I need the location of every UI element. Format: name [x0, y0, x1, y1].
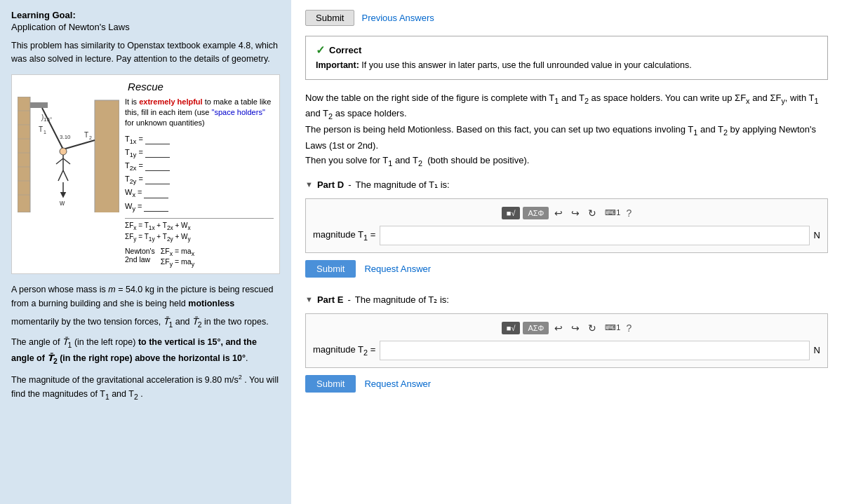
highlight-extremely-helpful: extremely helpful: [139, 97, 202, 106]
toolbar-redo-icon-e[interactable]: ↪: [568, 321, 582, 335]
part-e-text: The magnitude of T₂ is:: [355, 294, 449, 305]
diagram-container: T 1 15° T 2 3.10: [18, 97, 274, 268]
svg-text:15°: 15°: [44, 116, 52, 123]
part-e-submit-row: Submit Request Answer: [305, 375, 828, 393]
table-row-t1x: T1x =: [125, 135, 274, 145]
previous-answers-link[interactable]: Previous Answers: [361, 13, 434, 23]
submit-button-top[interactable]: Submit: [305, 10, 354, 26]
t2x-label: T2x =: [125, 161, 143, 172]
magnitude-t1-label: magnitude T1 =: [313, 229, 375, 242]
sum-x-eq: ΣFx = T1x + T2x + Wx: [125, 222, 274, 231]
toolbar-question-icon-d[interactable]: ?: [626, 207, 632, 219]
part-d-separator: -: [348, 179, 351, 190]
correct-note: Important: If you use this answer in lat…: [316, 60, 817, 72]
svg-line-23: [63, 170, 68, 181]
problem-para-3: The angle of T̄1 (in the left rope) to t…: [11, 335, 280, 367]
correct-label: Correct: [329, 45, 361, 55]
newtons-law-row: Newton's2nd law ΣFx = max ΣFy = may: [125, 247, 274, 268]
magnitude-t2-label: magnitude T2 =: [313, 344, 375, 357]
part-d-answer-box: ■√ ΑΣΦ ↩ ↪ ↻ ⌨1 ? magnitude T1 = N: [305, 198, 828, 253]
sum-y-eq: ΣFy = T1y + T2y + Wy: [125, 233, 274, 243]
part-e-request-answer[interactable]: Request Answer: [364, 379, 431, 389]
rescue-title: Rescue: [18, 81, 274, 93]
t2y-label: T2y =: [125, 175, 143, 185]
svg-text:3.10: 3.10: [60, 134, 71, 140]
part-e-header: ▼ Part E - The magnitude of T₂ is:: [305, 294, 828, 305]
table-row-t1y: T1y =: [125, 148, 274, 158]
toolbar-ase-btn-d[interactable]: ΑΣΦ: [523, 207, 549, 219]
toolbar-kbd-icon-e[interactable]: ⌨1: [602, 322, 623, 334]
table-row-wx: Wx =: [125, 188, 274, 198]
question-para-3: Then you solve for T1 and T2 (both shoul…: [305, 154, 828, 170]
toolbar-redo-icon-d[interactable]: ↪: [568, 206, 582, 220]
table-row-wy: Wy =: [125, 202, 274, 212]
problem-description: This problem has similarity to Openstax …: [11, 39, 280, 66]
magnitude-t2-input[interactable]: [380, 341, 809, 360]
svg-rect-8: [30, 102, 48, 108]
table-row-t2x: T2x =: [125, 161, 274, 172]
unit-n-t2: N: [814, 345, 820, 355]
svg-text:w: w: [59, 199, 65, 207]
part-e-section: ▼ Part E - The magnitude of T₂ is: ■√ ΑΣ…: [305, 294, 828, 393]
magnitude-t1-input[interactable]: [380, 226, 809, 245]
toolbar-ase-btn-e[interactable]: ΑΣΦ: [523, 322, 549, 334]
svg-text:T: T: [84, 131, 88, 139]
learning-goal-title: Learning Goal:: [11, 10, 280, 20]
part-e-submit-button[interactable]: Submit: [305, 375, 356, 393]
part-d-section: ▼ Part D - The magnitude of T₁ is: ■√ ΑΣ…: [305, 179, 828, 278]
part-e-answer-box: ■√ ΑΣΦ ↩ ↪ ↻ ⌨1 ? magnitude T2 = N: [305, 313, 828, 368]
toolbar-sqrt-btn-d[interactable]: ■√: [502, 207, 521, 219]
part-e-arrow: ▼: [305, 295, 313, 304]
part-d-submit-row: Submit Request Answer: [305, 260, 828, 278]
math-toolbar-d: ■√ ΑΣΦ ↩ ↪ ↻ ⌨1 ?: [313, 206, 820, 220]
correct-note-text: If you use this answer in later parts, u…: [361, 60, 691, 70]
part-d-submit-button[interactable]: Submit: [305, 260, 356, 278]
svg-line-20: [56, 158, 63, 164]
toolbar-sqrt-btn-e[interactable]: ■√: [502, 322, 521, 334]
part-d-arrow: ▼: [305, 180, 313, 189]
sqrt-icon-e: ■: [507, 324, 512, 332]
table-row-t2y: T2y =: [125, 175, 274, 185]
problem-text: A person whose mass is m = 54.0 kg in th…: [11, 282, 280, 403]
part-d-header: ▼ Part D - The magnitude of T₁ is:: [305, 179, 828, 190]
helper-text: It is extremely helpful to make a table …: [125, 97, 274, 129]
checkmark-icon: ✓: [316, 43, 325, 57]
svg-rect-13: [95, 100, 119, 212]
toolbar-refresh-icon-d[interactable]: ↻: [585, 206, 599, 220]
learning-goal-subtitle: Application of Newton's Laws: [11, 22, 280, 32]
toolbar-undo-icon-e[interactable]: ↩: [552, 321, 566, 335]
unit-n-t1: N: [814, 230, 820, 240]
magnitude-t1-row: magnitude T1 = N: [313, 226, 820, 245]
toolbar-question-icon-e[interactable]: ?: [626, 322, 632, 334]
learning-goal-label: Learning Goal:: [11, 10, 76, 20]
diagram-right: It is extremely helpful to make a table …: [125, 97, 274, 268]
rescue-image: T 1 15° T 2 3.10: [18, 97, 119, 209]
svg-text:2: 2: [89, 135, 92, 140]
top-bar: Submit Previous Answers: [305, 10, 828, 26]
angle-text: to the vertical is 15°, and the angle of…: [11, 337, 257, 363]
svg-point-18: [60, 148, 67, 155]
problem-para-2: momentarily by the two tension forces, T…: [11, 315, 280, 331]
motionless-text: motionless: [188, 299, 234, 308]
part-e-separator: -: [347, 294, 350, 305]
toolbar-kbd-icon-d[interactable]: ⌨1: [602, 207, 623, 219]
question-para-2: The person is being held Motionless. Bas…: [305, 123, 828, 154]
newtons-law-equations: ΣFx = max ΣFy = may: [161, 247, 194, 268]
left-panel: Learning Goal: Application of Newton's L…: [0, 0, 291, 504]
newtons-law-label: Newton's2nd law: [125, 247, 155, 264]
svg-line-14: [63, 140, 95, 149]
toolbar-undo-icon-d[interactable]: ↩: [552, 206, 566, 220]
part-e-label: Part E: [317, 294, 344, 305]
t1x-label: T1x =: [125, 135, 143, 145]
question-text: Now the table on the right side of the f…: [305, 91, 828, 170]
question-para-1: Now the table on the right side of the f…: [305, 91, 828, 123]
sqrt-icon-d: ■: [507, 209, 512, 217]
problem-para-4: The magnitude of the gravitational accel…: [11, 372, 280, 403]
toolbar-refresh-icon-e[interactable]: ↻: [585, 321, 599, 335]
part-d-text: The magnitude of T₁ is:: [356, 179, 450, 190]
part-d-request-answer[interactable]: Request Answer: [364, 264, 431, 274]
correct-title: ✓ Correct: [316, 43, 817, 57]
wy-label: Wy =: [125, 202, 142, 212]
correct-box: ✓ Correct Important: If you use this ans…: [305, 36, 828, 80]
magnitude-t2-row: magnitude T2 = N: [313, 341, 820, 360]
